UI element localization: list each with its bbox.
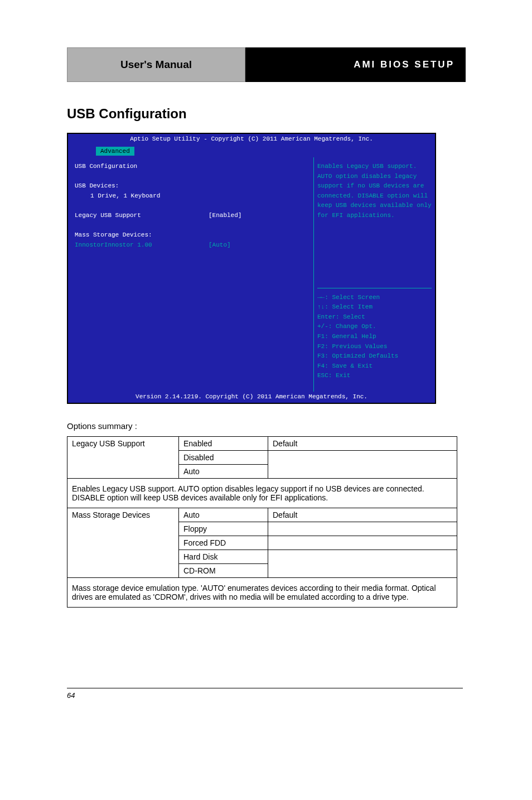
bios-mass-label: Mass Storage Devices:	[75, 230, 307, 240]
bios-left-panel: USB Configuration USB Devices: 1 Drive, …	[68, 157, 313, 392]
page-header: User's Manual AMI BIOS SETUP	[67, 47, 466, 82]
bios-keys-panel: →←: Select Screen ↑↓: Select Item Enter:…	[317, 288, 432, 381]
bios-devices-value: 1 Drive, 1 Keyboard	[75, 191, 307, 201]
options-summary-label: Options summary :	[67, 421, 137, 431]
bios-right-panel: Enables Legacy USB support. AUTO option …	[313, 157, 435, 392]
bios-devices-label: USB Devices:	[75, 181, 307, 191]
bios-title-bar: Aptio Setup Utility - Copyright (C) 2011…	[68, 134, 435, 145]
key-f4: F4: Save & Exit	[317, 362, 432, 372]
key-select-screen: →←: Select Screen	[317, 293, 432, 303]
bios-help-text: Enables Legacy USB support. AUTO option …	[317, 162, 432, 221]
key-f1: F1: General Help	[317, 332, 432, 342]
bios-mass-item-label[interactable]: InnostorInnostor 1.00	[75, 240, 209, 250]
table-row: Mass storage device emulation type. 'AUT…	[67, 578, 457, 608]
bios-legacy-value[interactable]: [Enabled]	[209, 211, 241, 221]
cell-empty-1	[268, 451, 457, 479]
cell-hard-disk: Hard Disk	[179, 550, 268, 564]
manual-title-box: User's Manual	[67, 47, 245, 82]
key-select-item: ↑↓: Select Item	[317, 302, 432, 312]
key-f3: F3: Optimized Defaults	[317, 351, 432, 362]
bios-heading: USB Configuration	[75, 162, 307, 172]
cell-cdrom: CD-ROM	[179, 564, 268, 578]
key-enter: Enter: Select	[317, 312, 432, 322]
bios-mass-item-value[interactable]: [Auto]	[209, 240, 231, 250]
cell-legacy-desc: Enables Legacy USB support. AUTO option …	[67, 479, 457, 508]
bios-tab-advanced[interactable]: Advanced	[96, 147, 134, 156]
table-row: Enables Legacy USB support. AUTO option …	[67, 479, 457, 508]
key-change-opt: +/-: Change Opt.	[317, 322, 432, 332]
table-row: Legacy USB Support Enabled Default	[67, 437, 457, 451]
cell-empty-3	[268, 536, 457, 550]
cell-disabled: Disabled	[179, 451, 268, 465]
section-name-box: AMI BIOS SETUP	[245, 47, 466, 82]
table-row: Mass Storage Devices Auto Default	[67, 508, 457, 522]
section-title: USB Configuration	[67, 106, 187, 122]
cell-mass-label: Mass Storage Devices	[67, 508, 179, 578]
cell-default-1: Default	[268, 437, 457, 451]
bios-tab-row: Advanced	[68, 145, 435, 157]
cell-mass-auto: Auto	[179, 508, 268, 522]
cell-empty-4	[268, 550, 457, 578]
cell-forced-fdd: Forced FDD	[179, 536, 268, 550]
cell-legacy-label: Legacy USB Support	[67, 437, 179, 479]
page-number: 64	[67, 691, 75, 700]
key-f2: F2: Previous Values	[317, 342, 432, 352]
cell-floppy: Floppy	[179, 522, 268, 536]
footer-rule	[67, 688, 463, 688]
bios-version-bar: Version 2.14.1219. Copyright (C) 2011 Am…	[68, 392, 435, 403]
cell-enabled: Enabled	[179, 437, 268, 451]
key-esc: ESC: Exit	[317, 371, 432, 381]
cell-default-2: Default	[268, 508, 457, 522]
cell-auto: Auto	[179, 465, 268, 479]
options-table: Legacy USB Support Enabled Default Disab…	[67, 436, 457, 608]
bios-screenshot: Aptio Setup Utility - Copyright (C) 2011…	[67, 133, 436, 404]
cell-empty-2	[268, 522, 457, 536]
cell-mass-desc: Mass storage device emulation type. 'AUT…	[67, 578, 457, 608]
bios-legacy-label[interactable]: Legacy USB Support	[75, 211, 209, 221]
